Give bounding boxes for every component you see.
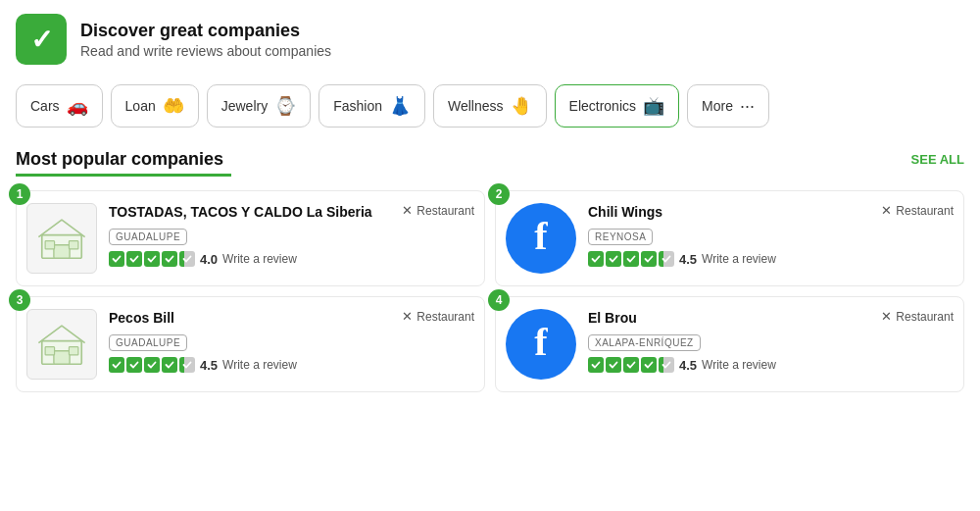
x-icon-2: ✕ (402, 309, 413, 324)
section-underline (16, 174, 231, 177)
write-review-2[interactable]: Write a review (222, 358, 297, 372)
cat-icon-loan: 🤲 (163, 95, 184, 117)
svg-rect-1 (54, 245, 70, 259)
facebook-logo: f (506, 203, 576, 274)
svg-rect-6 (45, 347, 54, 355)
restaurant-tag-2: ✕ Restaurant (402, 309, 474, 324)
cat-label-fashion: Fashion (333, 98, 382, 114)
svg-rect-5 (54, 351, 70, 365)
restaurant-tag-3: ✕ Restaurant (881, 309, 954, 324)
facebook-logo: f (506, 309, 576, 380)
companies-grid: 1 TOSTADAS, TACOS Y CALDO La Siberia GUA… (16, 190, 964, 392)
rating-num-1: 4.5 (679, 252, 697, 267)
cat-label-loan: Loan (125, 98, 156, 114)
city-badge-1: REYNOSA (588, 229, 653, 245)
company-card-1: 2 f Chili Wings REYNOSA 4.5 Write a revi… (495, 190, 964, 286)
header-text: Discover great companies Read and write … (80, 21, 331, 59)
popular-section: Most popular companies SEE ALL 1 TOSTADA… (0, 141, 980, 392)
company-logo-2 (26, 309, 97, 380)
header-subtitle: Read and write reviews about companies (80, 43, 331, 59)
cat-label-more: More (702, 98, 733, 114)
cat-icon-more: ··· (740, 96, 755, 117)
rank-badge-1: 2 (488, 183, 510, 205)
rank-badge-3: 4 (488, 289, 510, 311)
company-card-2: 3 Pecos Bill GUADALUPE 4.5 Write a revie… (16, 296, 485, 392)
rating-num-0: 4.0 (200, 252, 218, 267)
x-icon-3: ✕ (881, 309, 892, 324)
rating-num-3: 4.5 (679, 358, 697, 373)
cat-icon-wellness: 🤚 (511, 95, 532, 117)
restaurant-tag-1: ✕ Restaurant (881, 203, 954, 218)
cat-label-wellness: Wellness (448, 98, 504, 114)
svg-rect-3 (69, 241, 77, 249)
write-review-0[interactable]: Write a review (222, 252, 297, 266)
svg-rect-7 (69, 347, 77, 355)
cat-label-electronics: Electronics (569, 98, 636, 114)
category-btn-fashion[interactable]: Fashion👗 (318, 84, 425, 128)
svg-rect-2 (45, 241, 54, 249)
restaurant-label-3: Restaurant (896, 310, 954, 324)
company-card-0: 1 TOSTADAS, TACOS Y CALDO La Siberia GUA… (16, 190, 485, 286)
x-icon-0: ✕ (402, 203, 413, 218)
cat-label-cars: Cars (30, 98, 60, 114)
restaurant-label-2: Restaurant (416, 310, 474, 324)
city-badge-0: GUADALUPE (109, 229, 187, 245)
rank-badge-0: 1 (9, 183, 30, 205)
write-review-1[interactable]: Write a review (702, 252, 776, 266)
cat-icon-jewelry: ⌚ (274, 95, 296, 117)
restaurant-label-1: Restaurant (896, 204, 954, 218)
rating-row-0: 4.0 Write a review (109, 251, 474, 267)
restaurant-tag-0: ✕ Restaurant (402, 203, 474, 218)
cat-label-jewelry: Jewelry (221, 98, 268, 114)
section-header: Most popular companies SEE ALL (16, 149, 964, 170)
category-btn-cars[interactable]: Cars🚗 (16, 84, 103, 128)
company-card-3: 4 f El Brou XALAPA-ENRÍQUEZ 4.5 Write a … (495, 296, 964, 392)
category-btn-jewelry[interactable]: Jewelry⌚ (207, 84, 311, 128)
categories-bar: Cars🚗Loan🤲Jewelry⌚Fashion👗Wellness🤚Elect… (0, 75, 980, 141)
logo: ✓ (16, 14, 67, 65)
city-badge-2: GUADALUPE (109, 334, 187, 351)
rating-row-2: 4.5 Write a review (109, 357, 474, 373)
cat-icon-cars: 🚗 (67, 95, 88, 117)
section-title: Most popular companies (16, 149, 223, 170)
rating-num-2: 4.5 (200, 358, 218, 373)
header: ✓ Discover great companies Read and writ… (0, 0, 980, 75)
company-logo-0 (26, 203, 97, 274)
rating-row-3: 4.5 Write a review (588, 357, 954, 373)
category-btn-wellness[interactable]: Wellness🤚 (433, 84, 547, 128)
x-icon-1: ✕ (881, 203, 892, 218)
restaurant-label-0: Restaurant (416, 204, 474, 218)
rating-row-1: 4.5 Write a review (588, 251, 954, 267)
category-btn-loan[interactable]: Loan🤲 (111, 84, 199, 128)
write-review-3[interactable]: Write a review (702, 358, 776, 372)
category-btn-electronics[interactable]: Electronics📺 (555, 84, 679, 128)
cat-icon-electronics: 📺 (643, 95, 664, 117)
see-all-link[interactable]: SEE ALL (911, 152, 964, 167)
logo-checkmark: ✓ (30, 24, 53, 56)
header-title: Discover great companies (80, 21, 331, 41)
city-badge-3: XALAPA-ENRÍQUEZ (588, 334, 701, 351)
cat-icon-fashion: 👗 (389, 95, 411, 117)
category-btn-more[interactable]: More··· (687, 84, 769, 128)
rank-badge-2: 3 (9, 289, 30, 311)
